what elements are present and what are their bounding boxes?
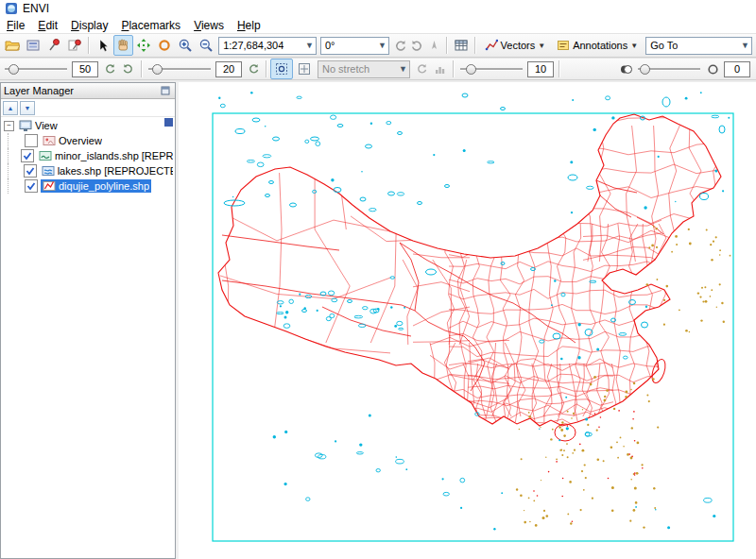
rotation-value: 0°: [325, 40, 335, 51]
layer-item-2[interactable]: lakes.shp [REPROJECTED]: [1, 163, 175, 178]
zoom-out-button[interactable]: [196, 35, 216, 56]
layer-visibility-checkbox[interactable]: [25, 179, 38, 193]
layer-manager-header[interactable]: Layer Manager: [1, 83, 175, 99]
cursor-arrow-icon: [95, 38, 111, 53]
chevron-down-icon: ▼: [397, 64, 409, 74]
menu-views[interactable]: Views: [187, 18, 231, 33]
stretch-type-combo[interactable]: No stretch ▼: [318, 60, 410, 78]
layer-table-button[interactable]: [451, 35, 472, 56]
contrast-slider[interactable]: [148, 62, 211, 76]
goto-value: Go To: [650, 40, 678, 51]
tree-indent: [8, 148, 18, 163]
expand-all-button[interactable]: ▼: [20, 101, 35, 115]
menu-edit[interactable]: Edit: [31, 18, 64, 33]
brightness-auto-button[interactable]: [119, 59, 138, 79]
tree-indent: [8, 133, 22, 148]
rotation-combo[interactable]: 0° ▼: [320, 37, 389, 55]
map-canvas[interactable]: [179, 82, 756, 559]
rotate-cw-icon: [410, 39, 424, 53]
contrast-reset-button[interactable]: [244, 59, 263, 79]
placemark-pin-icon: [46, 38, 61, 53]
histogram-icon: [434, 62, 447, 76]
scrollbar-thumb[interactable]: [164, 118, 173, 127]
open-file-button[interactable]: [2, 35, 23, 56]
stretch-full-button[interactable]: [293, 59, 316, 79]
north-up-button[interactable]: [426, 35, 443, 56]
undock-icon: [161, 86, 170, 95]
folder-open-icon: [5, 38, 20, 53]
select-cursor-button[interactable]: [93, 35, 113, 56]
menu-placemarks[interactable]: Placemarks: [114, 18, 187, 33]
tree-root-view[interactable]: −View: [1, 118, 175, 133]
layer-tree: −ViewOverviewminor_islands.shp [REPROJEC…: [1, 117, 175, 558]
vectors-dropdown[interactable]: Vectors ▼: [479, 36, 552, 56]
data-manager-icon: [26, 38, 41, 53]
chevron-down-icon: ▼: [303, 41, 316, 50]
view-icon: [19, 119, 32, 132]
transparency-value[interactable]: 0: [724, 61, 750, 77]
data-manager-button[interactable]: [23, 35, 43, 56]
envi-app-icon: [5, 2, 18, 15]
fly-tool-button[interactable]: [133, 35, 154, 56]
brightness-reset-button[interactable]: [100, 59, 119, 79]
stretch-on-view-button[interactable]: [270, 59, 293, 79]
zoom-scale-combo[interactable]: 1:27,684,304 ▼: [218, 37, 317, 55]
county-boundaries: [212, 117, 727, 427]
annotations-label: Annotations: [573, 40, 627, 51]
transparency-slider[interactable]: [638, 62, 700, 76]
extent-rectangle: [213, 113, 733, 541]
collapse-all-button[interactable]: ▲: [3, 101, 18, 115]
goto-combo[interactable]: Go To ▼: [645, 37, 752, 55]
placemark-button[interactable]: [43, 35, 64, 56]
boundary-specks: [533, 410, 643, 522]
annotations-dropdown[interactable]: Annotations ▼: [551, 36, 644, 56]
transparency-button[interactable]: [616, 59, 635, 79]
undock-panel-button[interactable]: [159, 85, 172, 96]
slider-handle[interactable]: [9, 64, 19, 75]
lake-specks: [218, 92, 730, 531]
menu-display[interactable]: Display: [64, 18, 114, 33]
zoom-out-icon: [198, 38, 214, 53]
slider-handle[interactable]: [466, 64, 476, 75]
polyline-layer-icon: [43, 179, 56, 193]
sharpen-value[interactable]: 10: [527, 61, 554, 77]
layer-label-area[interactable]: View: [17, 119, 60, 132]
slider-handle[interactable]: [152, 64, 163, 75]
rotate-ccw-button[interactable]: [391, 35, 408, 56]
orbit-tool-button[interactable]: [154, 35, 175, 56]
layer-label-area[interactable]: diqujie_polyline.shp: [41, 179, 151, 193]
crop-extent-icon: [274, 61, 289, 76]
layer-visibility-checkbox[interactable]: [24, 164, 37, 178]
layer-label-area[interactable]: minor_islands.shp [REPROJECTED]: [37, 149, 175, 162]
menu-file[interactable]: File: [0, 18, 31, 33]
adjust-toolbar: 50 20 No stretch ▼ 10 0: [0, 58, 756, 80]
sharpen-slider[interactable]: [460, 62, 523, 76]
map-view[interactable]: [179, 82, 756, 559]
brightness-value[interactable]: 50: [72, 61, 98, 77]
contrast-value[interactable]: 20: [215, 61, 242, 77]
layer-item-3[interactable]: diqujie_polyline.shp: [1, 178, 175, 194]
opacity-ring-button[interactable]: [703, 59, 722, 79]
layer-item-0[interactable]: Overview: [1, 133, 175, 148]
layer-item-1[interactable]: minor_islands.shp [REPROJECTED]: [1, 148, 175, 163]
rotate-cw-button[interactable]: [408, 35, 425, 56]
placemark-manager-button[interactable]: [64, 35, 85, 56]
layer-label-area[interactable]: Overview: [41, 134, 104, 147]
layer-visibility-checkbox[interactable]: [25, 134, 38, 147]
slider-handle[interactable]: [640, 64, 650, 75]
layer-visibility-checkbox[interactable]: [21, 149, 34, 162]
tree-expander[interactable]: −: [4, 121, 14, 131]
chevron-down-icon: ▼: [630, 42, 638, 50]
brightness-slider[interactable]: [5, 62, 67, 76]
layer-label-area[interactable]: lakes.shp [REPROJECTED]: [40, 164, 175, 178]
pan-tool-button[interactable]: [113, 35, 134, 56]
window-title: ENVI: [23, 2, 49, 15]
hand-pan-icon: [115, 38, 130, 53]
menu-help[interactable]: Help: [231, 18, 267, 33]
zoom-in-button[interactable]: [175, 35, 196, 56]
stretch-reset-button[interactable]: [412, 59, 431, 79]
table-grid-icon: [454, 38, 469, 53]
layer-manager-panel: Layer Manager ▲ ▼ −ViewOverviewminor_isl…: [0, 82, 176, 559]
overview-icon: [43, 134, 56, 147]
histogram-button[interactable]: [431, 59, 450, 79]
